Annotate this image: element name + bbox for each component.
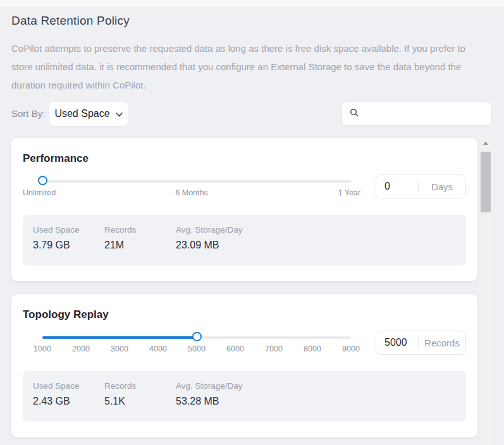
slider-track[interactable] bbox=[42, 180, 351, 183]
topology-slider: 1000 2000 3000 4000 5000 6000 7000 8000 … bbox=[23, 329, 360, 355]
stat-value: 21M bbox=[104, 240, 176, 251]
scrollbar-up-arrow[interactable] bbox=[479, 138, 492, 148]
card-performance: Performance Unlimited 6 Months 1 Year Da… bbox=[11, 138, 477, 281]
top-band bbox=[0, 0, 504, 7]
tick-label: 1000 bbox=[34, 344, 51, 353]
search-icon bbox=[350, 108, 359, 119]
scrollbar[interactable] bbox=[479, 138, 492, 445]
page-description: CoPilot attempts to preserve the request… bbox=[11, 39, 484, 94]
tick-label: 8000 bbox=[304, 344, 321, 353]
scrollbar-thumb[interactable] bbox=[481, 152, 491, 212]
tick-label: 2000 bbox=[72, 344, 90, 353]
triangle-up-icon bbox=[483, 142, 488, 145]
performance-slider: Unlimited 6 Months 1 Year bbox=[23, 173, 360, 198]
card-title: Performance bbox=[23, 152, 466, 165]
slider-label-min: Unlimited bbox=[23, 188, 56, 197]
retention-days-input-group: Days bbox=[376, 174, 466, 198]
stat-avg-storage: Avg. Storage/Day 23.09 MB bbox=[176, 225, 456, 265]
stat-label: Records bbox=[104, 381, 176, 391]
search-box[interactable] bbox=[341, 102, 492, 126]
tick-label: 9000 bbox=[342, 344, 360, 353]
slider-tick-labels: 1000 2000 3000 4000 5000 6000 7000 8000 … bbox=[42, 344, 351, 355]
slider-handle[interactable] bbox=[192, 332, 202, 341]
stat-used-space: Used Space 2.43 GB bbox=[33, 381, 104, 422]
stat-label: Used Space bbox=[33, 381, 104, 391]
slider-label-max: 1 Year bbox=[338, 188, 360, 197]
stat-value: 23.09 MB bbox=[176, 240, 456, 251]
retention-records-input[interactable] bbox=[376, 337, 418, 348]
sort-by-dropdown[interactable]: Used Space bbox=[49, 102, 128, 126]
retention-days-input[interactable] bbox=[376, 181, 418, 192]
stats-panel: Used Space 3.79 GB Records 21M Avg. Stor… bbox=[23, 215, 466, 265]
slider-label-mid: 6 Months bbox=[175, 188, 207, 197]
sort-by-label: Sort By: bbox=[11, 102, 45, 126]
sort-by-selected-value: Used Space bbox=[54, 108, 109, 119]
slider-labels: Unlimited 6 Months 1 Year bbox=[23, 188, 360, 198]
stat-avg-storage: Avg. Storage/Day 53.28 MB bbox=[176, 381, 456, 422]
stat-label: Avg. Storage/Day bbox=[176, 381, 456, 391]
tick-label: 5000 bbox=[188, 344, 206, 353]
stat-label: Avg. Storage/Day bbox=[176, 225, 456, 235]
tick-label: 7000 bbox=[265, 344, 283, 353]
tick-label: 6000 bbox=[226, 344, 244, 353]
stat-records: Records 21M bbox=[104, 225, 176, 265]
stats-panel: Used Space 2.43 GB Records 5.1K Avg. Sto… bbox=[23, 371, 466, 422]
stat-value: 5.1K bbox=[104, 396, 176, 407]
stat-value: 53.28 MB bbox=[176, 396, 456, 407]
tick-label: 4000 bbox=[149, 344, 167, 353]
tick-label: 3000 bbox=[111, 344, 128, 353]
stat-label: Used Space bbox=[33, 225, 104, 235]
search-input[interactable] bbox=[359, 109, 491, 119]
stat-value: 3.79 GB bbox=[33, 240, 104, 251]
stat-value: 2.43 GB bbox=[33, 396, 104, 407]
input-unit-label: Days bbox=[419, 181, 465, 192]
card-title: Topology Replay bbox=[23, 308, 466, 321]
retention-records-input-group: Records bbox=[376, 331, 466, 355]
slider-handle[interactable] bbox=[38, 176, 47, 185]
page-title: Data Retention Policy bbox=[11, 14, 130, 28]
stat-records: Records 5.1K bbox=[104, 381, 176, 422]
input-unit-label: Records bbox=[419, 338, 465, 348]
stat-label: Records bbox=[104, 225, 176, 235]
chevron-down-icon bbox=[116, 108, 123, 119]
card-topology-replay: Topology Replay 1000 2000 3000 4000 5000… bbox=[11, 294, 477, 437]
slider-track-fill bbox=[42, 336, 197, 339]
stat-used-space: Used Space 3.79 GB bbox=[33, 225, 104, 265]
